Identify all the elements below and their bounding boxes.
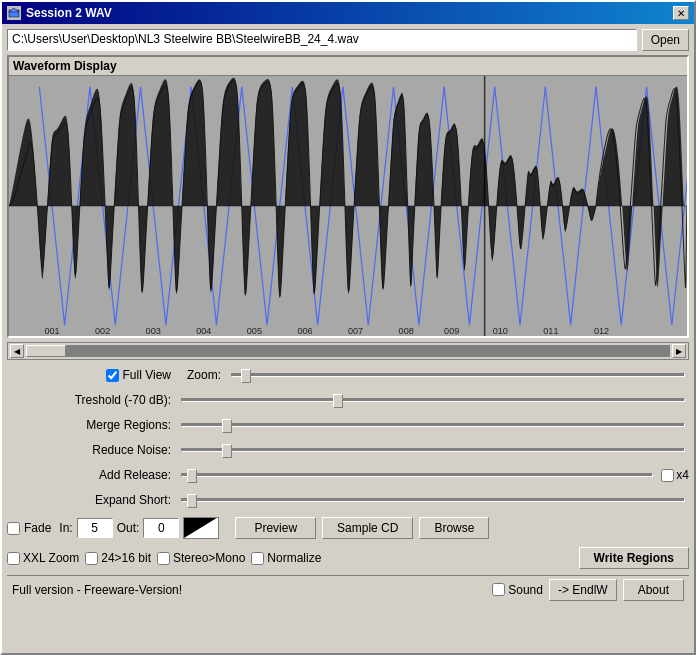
expand-label: Expand Short: xyxy=(7,493,177,507)
treshold-row: Treshold (-70 dB): xyxy=(7,389,689,411)
zoom-thumb[interactable] xyxy=(241,369,251,383)
bit-label: 24>16 bit xyxy=(101,551,151,565)
fade-out-input[interactable] xyxy=(143,518,179,538)
full-view-checkbox[interactable] xyxy=(106,369,119,382)
zoom-row: Full View Zoom: xyxy=(7,364,689,386)
controls-section: Full View Zoom: Treshold (-70 dB): Merge… xyxy=(7,364,689,511)
svg-text:007: 007 xyxy=(348,325,363,336)
stereo-mono-checkbox[interactable] xyxy=(157,552,170,565)
stereo-mono-label: Stereo>Mono xyxy=(173,551,245,565)
preview-button[interactable]: Preview xyxy=(235,517,316,539)
fade-label: Fade xyxy=(24,521,51,535)
reduce-thumb[interactable] xyxy=(222,444,232,458)
svg-text:008: 008 xyxy=(399,325,414,336)
app-icon xyxy=(7,6,21,20)
normalize-checkbox[interactable] xyxy=(251,552,264,565)
bit-group: 24>16 bit xyxy=(85,551,151,565)
svg-text:002: 002 xyxy=(95,325,110,336)
svg-text:006: 006 xyxy=(297,325,312,336)
xxl-zoom-label: XXL Zoom xyxy=(23,551,79,565)
waveform-title: Waveform Display xyxy=(9,57,687,76)
treshold-slider[interactable] xyxy=(181,398,685,402)
treshold-label: Treshold (-70 dB): xyxy=(7,393,177,407)
svg-text:012: 012 xyxy=(594,325,609,336)
open-button[interactable]: Open xyxy=(642,29,689,51)
bottom-row-1: Fade In: Out: Preview Sample CD Browse xyxy=(7,515,689,541)
in-label: In: xyxy=(59,521,72,535)
close-button[interactable]: ✕ xyxy=(673,6,689,20)
zoom-label: Zoom: xyxy=(177,368,227,382)
sample-cd-button[interactable]: Sample CD xyxy=(322,517,413,539)
sound-section: Sound xyxy=(492,583,543,597)
endlw-button[interactable]: -> EndlW xyxy=(549,579,617,601)
scroll-thumb[interactable] xyxy=(26,345,66,357)
treshold-thumb[interactable] xyxy=(333,394,343,408)
about-button[interactable]: About xyxy=(623,579,684,601)
sound-label: Sound xyxy=(508,583,543,597)
ramp-display xyxy=(183,517,219,539)
xxl-zoom-checkbox[interactable] xyxy=(7,552,20,565)
expand-slider[interactable] xyxy=(181,498,685,502)
merge-slider[interactable] xyxy=(181,423,685,427)
fade-in-input[interactable] xyxy=(77,518,113,538)
scroll-right-arrow[interactable]: ▶ xyxy=(672,344,686,358)
file-path-display: C:\Users\User\Desktop\NL3 Steelwire BB\S… xyxy=(7,29,637,51)
xxl-zoom-group: XXL Zoom xyxy=(7,551,79,565)
x4-checkbox[interactable] xyxy=(661,469,674,482)
fade-checkbox[interactable] xyxy=(7,522,20,535)
full-view-label: Full View xyxy=(123,368,171,382)
status-bar: Full version - Freeware-Version! Sound -… xyxy=(7,575,689,603)
status-text: Full version - Freeware-Version! xyxy=(12,583,486,597)
normalize-label: Normalize xyxy=(267,551,321,565)
waveform-section: Waveform Display xyxy=(7,55,689,338)
svg-text:011: 011 xyxy=(543,325,558,336)
svg-text:001: 001 xyxy=(44,325,59,336)
release-slider[interactable] xyxy=(181,473,653,477)
svg-text:005: 005 xyxy=(247,325,262,336)
browse-button[interactable]: Browse xyxy=(419,517,489,539)
waveform-display[interactable]: 001 002 003 004 005 006 007 008 009 010 … xyxy=(9,76,687,336)
out-label: Out: xyxy=(117,521,140,535)
write-regions-button[interactable]: Write Regions xyxy=(579,547,689,569)
release-row: Add Release: x4 xyxy=(7,464,689,486)
release-thumb[interactable] xyxy=(187,469,197,483)
merge-thumb[interactable] xyxy=(222,419,232,433)
reduce-slider[interactable] xyxy=(181,448,685,452)
expand-thumb[interactable] xyxy=(187,494,197,508)
title-bar: Session 2 WAV ✕ xyxy=(2,2,694,24)
svg-text:003: 003 xyxy=(146,325,161,336)
reduce-label: Reduce Noise: xyxy=(7,443,177,457)
svg-text:010: 010 xyxy=(493,325,508,336)
svg-text:004: 004 xyxy=(196,325,211,336)
stereo-mono-group: Stereo>Mono xyxy=(157,551,245,565)
horizontal-scrollbar[interactable]: ◀ ▶ xyxy=(7,342,689,360)
main-window: Session 2 WAV ✕ C:\Users\User\Desktop\NL… xyxy=(0,0,696,655)
x4-label: x4 xyxy=(676,468,689,482)
title-bar-left: Session 2 WAV xyxy=(7,6,112,20)
sound-checkbox[interactable] xyxy=(492,583,505,596)
bottom-row-2: XXL Zoom 24>16 bit Stereo>Mono Normalize… xyxy=(7,545,689,571)
release-label: Add Release: xyxy=(7,468,177,482)
merge-row: Merge Regions: xyxy=(7,414,689,436)
reduce-row: Reduce Noise: xyxy=(7,439,689,461)
svg-text:009: 009 xyxy=(444,325,459,336)
window-title: Session 2 WAV xyxy=(26,6,112,20)
bit-checkbox[interactable] xyxy=(85,552,98,565)
zoom-slider[interactable] xyxy=(231,373,685,377)
top-bar: C:\Users\User\Desktop\NL3 Steelwire BB\S… xyxy=(7,29,689,51)
waveform-svg: 001 002 003 004 005 006 007 008 009 010 … xyxy=(9,76,687,336)
scroll-left-arrow[interactable]: ◀ xyxy=(10,344,24,358)
window-content: C:\Users\User\Desktop\NL3 Steelwire BB\S… xyxy=(2,24,694,653)
merge-label: Merge Regions: xyxy=(7,418,177,432)
fade-section: Fade In: Out: xyxy=(7,517,219,539)
normalize-group: Normalize xyxy=(251,551,321,565)
expand-row: Expand Short: xyxy=(7,489,689,511)
scroll-track[interactable] xyxy=(26,345,670,357)
